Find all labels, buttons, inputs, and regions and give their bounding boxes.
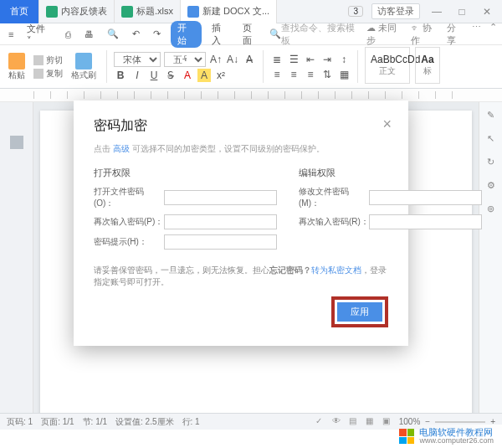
sheet-icon	[46, 6, 58, 18]
format-painter-button[interactable]: 格式刷	[68, 51, 100, 83]
dialog-title: 密码加密	[94, 117, 388, 135]
zoom-slider[interactable]	[435, 421, 485, 423]
indent-left-icon[interactable]: ⇤	[304, 53, 317, 66]
minimize-icon[interactable]: —	[428, 6, 445, 18]
windows-logo-icon	[399, 429, 414, 444]
font-name-select[interactable]: 宋体	[114, 52, 161, 67]
password-encrypt-dialog: 密码加密 × 点击 高级 可选择不同的加密类型，设置不同级别的密码保护。 打开权…	[74, 100, 408, 346]
copy-button[interactable]: 复制	[33, 68, 63, 80]
sort-icon[interactable]: ↕	[337, 53, 351, 66]
status-section: 节: 1/1	[83, 416, 107, 428]
more-tools-icon[interactable]: ⊚	[485, 203, 497, 214]
sheet-icon	[121, 6, 133, 18]
layout2-icon[interactable]: ▦	[366, 416, 377, 428]
paste-button[interactable]: 粘贴	[5, 51, 28, 83]
layout3-icon[interactable]: ▣	[382, 416, 394, 428]
site-watermark: 电脑软硬件教程网 www.computer26.com	[399, 425, 502, 448]
command-search[interactable]: 🔍 查找命令、搜索模板	[269, 22, 359, 47]
open-password-input[interactable]	[164, 190, 277, 205]
scissors-icon	[33, 55, 44, 65]
collab-button[interactable]: ᯤ 协作	[411, 22, 438, 47]
clear-format-icon[interactable]: A̶	[243, 53, 256, 66]
preview-icon[interactable]: 🔍	[104, 27, 122, 41]
pencil-icon[interactable]: ✎	[485, 109, 497, 121]
super-sub-button[interactable]: x²	[214, 69, 228, 82]
brush-icon	[75, 53, 92, 70]
app-menu-icon[interactable]: ≡	[5, 28, 17, 41]
file-menu[interactable]: 文件 ˅	[23, 21, 54, 48]
grow-font-icon[interactable]: A↑	[209, 53, 223, 66]
reenter-pwd-label: 再次输入密码(P)：	[94, 216, 164, 228]
select-icon[interactable]: ↖	[485, 132, 497, 144]
navigation-gutter	[0, 102, 33, 427]
login-button[interactable]: 访客登录	[371, 3, 420, 19]
doc-icon	[187, 6, 199, 18]
password-hint-input[interactable]	[164, 234, 277, 250]
share-button[interactable]: 分享	[447, 22, 464, 47]
right-tool-rail: ✎ ↖ ↻ ⚙ ⊚	[479, 102, 502, 427]
reenter-pwd-r-label: 再次输入密码(R)：	[299, 216, 369, 228]
view-icon[interactable]: 👁	[332, 416, 344, 428]
shrink-font-icon[interactable]: A↓	[226, 53, 239, 66]
apply-button[interactable]: 应用	[337, 302, 382, 322]
collapse-icon[interactable]: ⌃	[489, 22, 497, 47]
shading-icon[interactable]: ▦	[337, 68, 351, 81]
watermark-url: www.computer26.com	[419, 437, 494, 445]
dialog-close-icon[interactable]: ×	[382, 116, 392, 133]
private-doc-link[interactable]: 转为私密文档	[311, 265, 361, 275]
strike-button[interactable]: S̶	[164, 69, 177, 82]
status-page: 页码: 1	[7, 416, 33, 428]
undo-icon[interactable]: ↶	[129, 27, 143, 41]
open-pwd-label: 打开文件密码(O)：	[94, 186, 164, 209]
page-thumbnail-icon[interactable]	[10, 136, 23, 149]
settings-icon[interactable]: ⚙	[485, 179, 497, 191]
tab-home[interactable]: 首页	[0, 0, 39, 23]
reenter-password-r-input[interactable]	[369, 214, 482, 229]
align-center-icon[interactable]: ≡	[287, 68, 300, 81]
more-icon[interactable]: ⋯	[472, 22, 481, 47]
maximize-icon[interactable]: □	[453, 6, 470, 18]
clipboard-icon	[8, 53, 25, 70]
underline-button[interactable]: U	[147, 69, 161, 82]
pwd-hint-label: 密码提示(H)：	[94, 236, 164, 248]
tab-insert[interactable]: 插入	[208, 20, 233, 49]
open-perm-label: 打开权限	[94, 167, 277, 179]
font-size-select[interactable]: 五号	[164, 52, 206, 67]
align-right-icon[interactable]: ≡	[304, 68, 317, 81]
layout1-icon[interactable]: ▤	[349, 416, 361, 428]
indent-right-icon[interactable]: ⇥	[320, 53, 334, 66]
highlight-button[interactable]: A	[197, 69, 211, 82]
save-icon[interactable]: ⎙	[62, 28, 74, 41]
cut-button[interactable]: 剪切	[33, 54, 63, 66]
advanced-link[interactable]: 高级	[113, 144, 130, 153]
ribbon-toolbar: 粘贴 剪切 复制 格式刷 宋体 五号 A↑ A↓ A̶ B I U S̶ A A…	[0, 45, 502, 89]
modify-pwd-label: 修改文件密码(M)：	[299, 186, 369, 209]
tab-feedback[interactable]: 内容反馈表	[39, 0, 115, 23]
italic-button[interactable]: I	[131, 69, 144, 82]
menubar: ≡ 文件 ˅ ⎙ 🖶 🔍 ↶ ↷ 开始 插入 页面 🔍 查找命令、搜索模板 ☁ …	[0, 23, 502, 45]
tab-label: 新建 DOCX 文...	[202, 5, 269, 18]
tab-label: 标题.xlsx	[136, 5, 173, 18]
bullet-list-icon[interactable]: ≣	[270, 53, 284, 66]
tab-title-xlsx[interactable]: 标题.xlsx	[115, 0, 181, 23]
style-normal[interactable]: AaBbCcDd 正文	[365, 47, 410, 84]
bold-button[interactable]: B	[114, 69, 127, 82]
redo-icon[interactable]: ↷	[150, 27, 164, 41]
print-icon[interactable]: 🖶	[81, 28, 97, 41]
sync-button[interactable]: ☁ 未同步	[366, 22, 402, 47]
number-list-icon[interactable]: ☰	[287, 53, 300, 66]
notification-badge[interactable]: 3	[348, 6, 363, 17]
dialog-note: 请妥善保管密码，一旦遗忘，则无法恢复。担心忘记密码？转为私密文档，登录指定账号即…	[94, 265, 388, 288]
modify-password-input[interactable]	[369, 190, 482, 205]
style-heading[interactable]: Aa 标	[415, 47, 440, 84]
line-spacing-icon[interactable]: ⇅	[320, 68, 334, 81]
reenter-password-input[interactable]	[164, 214, 277, 229]
spellcheck-icon[interactable]: ✓	[315, 416, 327, 428]
tab-page[interactable]: 页面	[239, 20, 264, 49]
history-icon[interactable]: ↻	[485, 156, 497, 167]
close-icon[interactable]: ✕	[479, 6, 495, 18]
tab-start[interactable]: 开始	[171, 21, 202, 48]
font-color-button[interactable]: A	[181, 69, 194, 82]
edit-perm-label: 编辑权限	[299, 167, 482, 179]
align-left-icon[interactable]: ≡	[270, 68, 284, 81]
